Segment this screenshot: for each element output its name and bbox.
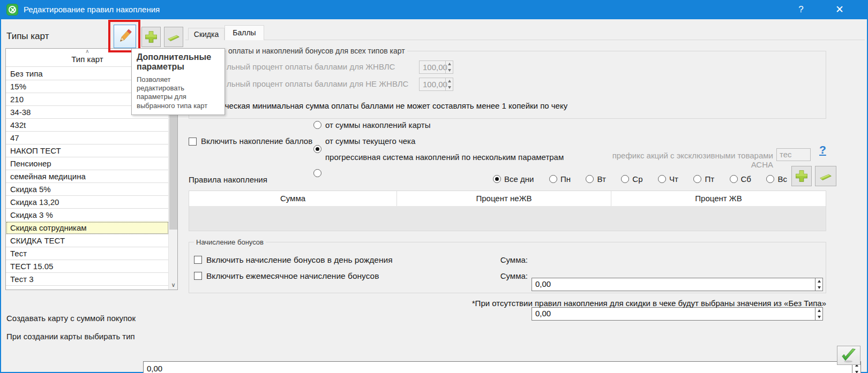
list-item[interactable]: Тест 3 xyxy=(6,273,169,286)
plus-icon xyxy=(794,169,809,184)
day-sat[interactable]: Сб xyxy=(730,174,751,184)
monthly-bonus-label: Включить ежемесячное начисление бонусов xyxy=(206,271,379,281)
list-item[interactable]: 432t xyxy=(6,119,169,132)
create-sum-field[interactable]: 0,00 xyxy=(143,361,861,373)
mode-current-check-label: от суммы текущего чека xyxy=(325,136,415,146)
list-item[interactable]: СКИДКА ТЕСТ xyxy=(6,234,169,247)
ne-zhnvls-percent-spinbox[interactable]: 100,00 xyxy=(419,78,453,91)
col-percent-nezhv[interactable]: Процент неЖВ xyxy=(397,191,611,206)
default-type-label: При создании карты выбирать тип xyxy=(6,332,135,341)
rules-table-header: Сумма Процент неЖВ Процент ЖВ xyxy=(189,191,826,207)
list-item[interactable]: тест 4 xyxy=(6,286,169,290)
list-item[interactable]: ТЕСТ 15.05 xyxy=(6,260,169,273)
list-item[interactable]: 47 xyxy=(6,132,169,144)
day-sat-radio[interactable] xyxy=(730,175,738,183)
min-payment-note: * Фактическая минимальная сумма оплаты б… xyxy=(197,101,567,110)
create-sum-value: 0,00 xyxy=(147,364,162,373)
window-title: Редактирование правил накопления xyxy=(24,5,160,14)
ne-zhnvls-percent-label: льный процент оплаты баллами для НЕ ЖНВЛ… xyxy=(227,79,408,88)
day-wed-radio[interactable] xyxy=(621,175,629,183)
birthday-sum-value: 0,00 xyxy=(535,279,551,288)
app-window: { "win": { "title": "Редактирование прав… xyxy=(0,0,868,373)
no-rules-footnote: *При отсутствии правил накопления для ск… xyxy=(375,299,826,308)
day-fri[interactable]: Пт xyxy=(693,174,714,184)
birthday-bonus-checkbox[interactable] xyxy=(194,256,202,264)
day-all[interactable]: Все дни xyxy=(493,174,534,184)
eraser-icon xyxy=(818,169,833,184)
enable-points-label: Включить накопление баллов xyxy=(201,136,312,146)
day-tue-radio[interactable] xyxy=(586,175,594,183)
zhnvls-percent-spinbox[interactable]: 100,00 xyxy=(419,60,453,74)
common-params-group-title: оплаты и накоплений бонусов для всех тип… xyxy=(226,47,407,55)
birthday-sum-field[interactable]: 0,00 xyxy=(532,278,823,291)
mode-card-sum-label: от суммы накоплений карты xyxy=(325,120,430,130)
mode-card-sum-radio[interactable] xyxy=(313,121,321,129)
prefix-help-link[interactable]: ? xyxy=(819,143,826,156)
clear-type-button[interactable] xyxy=(164,27,183,47)
scroll-down-icon[interactable]: ∨ xyxy=(169,280,178,290)
clear-rules-button[interactable] xyxy=(815,166,836,186)
add-type-button[interactable] xyxy=(141,27,161,47)
monthly-sum-field[interactable]: 0,00 xyxy=(532,307,823,321)
tab-discount[interactable]: Скидка xyxy=(188,28,225,40)
tooltip-title: Дополнительные параметры xyxy=(137,52,220,72)
monthly-sum-value: 0,00 xyxy=(535,309,551,318)
help-button[interactable]: ? xyxy=(789,0,813,19)
list-item[interactable]: НАКОП ТЕСТ xyxy=(6,144,169,157)
close-button[interactable]: ✕ xyxy=(827,0,852,19)
spinner-arrows-icon[interactable] xyxy=(815,278,822,291)
day-sun[interactable]: Вс xyxy=(766,174,787,184)
birthday-bonus-label: Включить начисление бонусов в день рожде… xyxy=(206,255,393,265)
list-item[interactable]: Скидка 3 % xyxy=(6,209,169,222)
eraser-icon xyxy=(166,29,181,44)
day-mon-radio[interactable] xyxy=(549,175,557,183)
add-rule-button[interactable] xyxy=(791,166,812,186)
tooltip: Дополнительные параметры Позволяет редак… xyxy=(131,48,225,115)
list-item[interactable]: семейная медицина xyxy=(6,170,169,183)
rules-table-body[interactable] xyxy=(189,206,826,231)
rules-label: Правила накопления xyxy=(189,175,267,184)
mode-progressive-radio[interactable] xyxy=(313,169,321,177)
list-item[interactable]: Скидка 13,20 xyxy=(6,196,169,209)
day-filter-radios: Все дни Пн Вт Ср Чт Пт Сб Вс xyxy=(493,174,787,184)
list-item[interactable]: Пенсионер xyxy=(6,157,169,170)
day-tue[interactable]: Вт xyxy=(586,174,605,184)
asna-prefix-field[interactable]: тес xyxy=(776,148,811,161)
day-mon[interactable]: Пн xyxy=(549,174,571,184)
list-item[interactable]: Скидка 5% xyxy=(6,183,169,196)
plus-icon xyxy=(144,29,159,44)
day-fri-radio[interactable] xyxy=(693,175,701,183)
monthly-bonus-checkbox[interactable] xyxy=(194,272,202,280)
monthly-sum-label: Сумма: xyxy=(485,271,528,280)
card-types-title: Типы карт xyxy=(6,31,49,42)
day-wed[interactable]: Ср xyxy=(621,174,642,184)
zhnvls-percent-value: 100,00 xyxy=(423,63,447,72)
ok-button[interactable] xyxy=(837,346,860,365)
create-sum-label: Создавать карту с суммой покупок xyxy=(6,314,136,323)
col-sum[interactable]: Сумма xyxy=(189,191,397,206)
list-item-selected[interactable]: Скидка сотрудникам xyxy=(6,222,169,234)
zhnvls-percent-label: льный процент оплаты баллами для ЖНВЛС xyxy=(227,62,395,71)
mode-progressive-label: прогрессивная система накоплений по неск… xyxy=(325,153,564,162)
spinner-arrows-icon[interactable] xyxy=(815,308,822,320)
tab-strip-line xyxy=(185,40,865,40)
checkmark-icon xyxy=(840,348,857,363)
spinner-arrows-icon[interactable] xyxy=(445,78,453,90)
day-all-radio[interactable] xyxy=(493,175,501,183)
tooltip-body: Позволяет редактировать параметры для вы… xyxy=(137,75,220,110)
asna-prefix-label: префикс акций с эксклюзивными товарами А… xyxy=(589,151,773,169)
enable-points-checkbox[interactable] xyxy=(189,138,197,146)
app-logo-icon xyxy=(6,4,18,16)
tab-points[interactable]: Баллы xyxy=(225,25,264,40)
annotation-highlight-box xyxy=(108,20,140,52)
day-thu[interactable]: Чт xyxy=(658,174,678,184)
ne-zhnvls-percent-value: 100,00 xyxy=(423,80,447,89)
birthday-sum-label: Сумма: xyxy=(485,255,528,264)
day-sun-radio[interactable] xyxy=(766,175,774,183)
title-bar[interactable]: Редактирование правил накопления ? ✕ xyxy=(0,0,868,19)
col-percent-zhv[interactable]: Процент ЖВ xyxy=(611,191,826,206)
spinner-arrows-icon[interactable] xyxy=(445,61,453,73)
mode-current-check-radio[interactable] xyxy=(313,145,321,153)
list-item[interactable]: Тест xyxy=(6,247,169,260)
day-thu-radio[interactable] xyxy=(658,175,666,183)
